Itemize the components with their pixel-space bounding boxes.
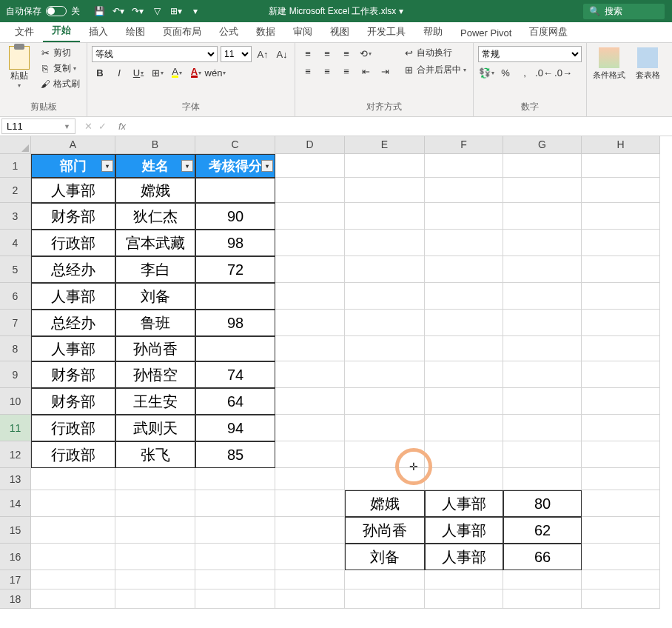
comma-icon[interactable]: , — [517, 65, 533, 80]
name-box[interactable]: L11 ▼ — [1, 118, 75, 134]
cell-D4[interactable] — [275, 230, 345, 256]
number-format-select[interactable]: 常规 — [478, 46, 582, 62]
redo-icon[interactable]: ↷▾ — [132, 5, 144, 17]
cell-D17[interactable] — [275, 570, 345, 589]
align-right-icon[interactable]: ≡ — [338, 64, 355, 78]
cell-G3[interactable] — [503, 203, 582, 230]
cell-E8[interactable] — [345, 336, 425, 361]
cell-D12[interactable] — [275, 441, 345, 468]
cell-C18[interactable] — [195, 589, 275, 609]
cell-B5[interactable]: 李白 — [115, 256, 195, 283]
row-header-5[interactable]: 5 — [0, 256, 31, 283]
cell-G1[interactable] — [503, 154, 582, 178]
cell-D10[interactable] — [275, 388, 345, 415]
decrease-font-icon[interactable]: A↓ — [274, 47, 290, 61]
cell-F15[interactable]: 人事部 — [425, 517, 503, 544]
touch-mode-icon[interactable]: ⊞▾ — [170, 5, 182, 17]
cell-B18[interactable] — [115, 589, 195, 609]
cell-B14[interactable] — [115, 490, 195, 517]
cell-D14[interactable] — [275, 490, 345, 517]
cell-E10[interactable] — [345, 388, 425, 415]
cell-A5[interactable]: 总经办 — [31, 256, 115, 283]
cell-E5[interactable] — [345, 256, 425, 283]
cell-A14[interactable] — [31, 490, 115, 517]
row-header-17[interactable]: 17 — [0, 570, 31, 589]
col-header-E[interactable]: E — [345, 136, 425, 154]
cell-B1[interactable]: 姓名▾ — [115, 154, 195, 178]
cell-A3[interactable]: 财务部 — [31, 203, 115, 230]
col-header-C[interactable]: C — [195, 136, 275, 154]
cell-E15[interactable]: 孙尚香 — [345, 517, 425, 544]
copy-button[interactable]: ⎘复制▾ — [37, 61, 82, 76]
cell-F11[interactable] — [425, 415, 503, 441]
cell-A6[interactable]: 人事部 — [31, 283, 115, 310]
filter-dropdown-icon[interactable]: ▾ — [181, 160, 193, 172]
row-header-9[interactable]: 9 — [0, 361, 31, 388]
cell-D18[interactable] — [275, 589, 345, 609]
font-name-select[interactable]: 等线 — [92, 46, 218, 62]
cell-G8[interactable] — [503, 336, 582, 361]
chevron-down-icon[interactable]: ▼ — [64, 123, 70, 130]
cell-A1[interactable]: 部门▾ — [31, 154, 115, 178]
cell-C10[interactable]: 64 — [195, 388, 275, 415]
filter-dropdown-icon[interactable]: ▾ — [261, 160, 273, 172]
cell-B3[interactable]: 狄仁杰 — [115, 203, 195, 230]
cell-B10[interactable]: 王生安 — [115, 388, 195, 415]
cell-E4[interactable] — [345, 230, 425, 256]
select-all-corner[interactable] — [0, 136, 31, 154]
cancel-formula-icon[interactable]: ✕ — [84, 121, 93, 132]
tab-home[interactable]: 开始 — [43, 20, 80, 42]
cell-C7[interactable]: 98 — [195, 310, 275, 336]
cell-B2[interactable]: 嫦娥 — [115, 178, 195, 203]
cell-D13[interactable] — [275, 468, 345, 490]
cell-C14[interactable] — [195, 490, 275, 517]
cell-G6[interactable] — [503, 283, 582, 310]
filter-dropdown-icon[interactable]: ▾ — [101, 160, 113, 172]
cell-A17[interactable] — [31, 570, 115, 589]
cell-H13[interactable] — [582, 468, 660, 490]
cell-F3[interactable] — [425, 203, 503, 230]
cell-B11[interactable]: 武则天 — [115, 415, 195, 441]
tab-power-pivot[interactable]: Power Pivot — [451, 24, 520, 42]
row-header-10[interactable]: 10 — [0, 388, 31, 415]
col-header-A[interactable]: A — [31, 136, 115, 154]
cell-B17[interactable] — [115, 570, 195, 589]
merge-center-button[interactable]: ⊞合并后居中▾ — [400, 63, 468, 77]
autosave-toggle[interactable]: 自动保存 关 — [0, 5, 86, 18]
wrap-text-button[interactable]: ↩自动换行 — [400, 46, 468, 60]
cell-H14[interactable] — [582, 490, 660, 517]
col-header-G[interactable]: G — [503, 136, 582, 154]
font-color-button[interactable]: A — [188, 65, 204, 80]
cell-A4[interactable]: 行政部 — [31, 230, 115, 256]
cell-D2[interactable] — [275, 178, 345, 203]
document-title[interactable]: 新建 Microsoft Excel 工作表.xlsx ▾ — [269, 5, 403, 18]
cell-D9[interactable] — [275, 361, 345, 388]
save-icon[interactable]: 💾 — [93, 5, 105, 17]
row-header-4[interactable]: 4 — [0, 230, 31, 256]
cell-A8[interactable]: 人事部 — [31, 336, 115, 361]
format-painter-button[interactable]: 🖌格式刷 — [37, 77, 82, 91]
cell-B15[interactable] — [115, 517, 195, 544]
cell-F8[interactable] — [425, 336, 503, 361]
cell-C6[interactable] — [195, 283, 275, 310]
row-header-11[interactable]: 11 — [0, 415, 31, 441]
cell-H9[interactable] — [582, 361, 660, 388]
cell-H8[interactable] — [582, 336, 660, 361]
increase-font-icon[interactable]: A↑ — [255, 47, 271, 61]
cell-A9[interactable]: 财务部 — [31, 361, 115, 388]
tab-help[interactable]: 帮助 — [414, 21, 451, 42]
tab-page-layout[interactable]: 页面布局 — [154, 21, 210, 42]
cell-H2[interactable] — [582, 178, 660, 203]
cell-D3[interactable] — [275, 203, 345, 230]
cell-C2[interactable] — [195, 178, 275, 203]
cell-A2[interactable]: 人事部 — [31, 178, 115, 203]
cell-E3[interactable] — [345, 203, 425, 230]
spreadsheet-grid[interactable]: 123456789101112131415161718 ABCDEFGH 部门▾… — [0, 136, 672, 628]
cell-G17[interactable] — [503, 570, 582, 589]
cell-G13[interactable] — [503, 468, 582, 490]
cell-H7[interactable] — [582, 310, 660, 336]
border-button[interactable]: ⊞ — [149, 65, 166, 80]
row-header-2[interactable]: 2 — [0, 178, 31, 203]
phonetic-button[interactable]: wén — [207, 65, 224, 80]
undo-icon[interactable]: ↶▾ — [112, 5, 124, 17]
